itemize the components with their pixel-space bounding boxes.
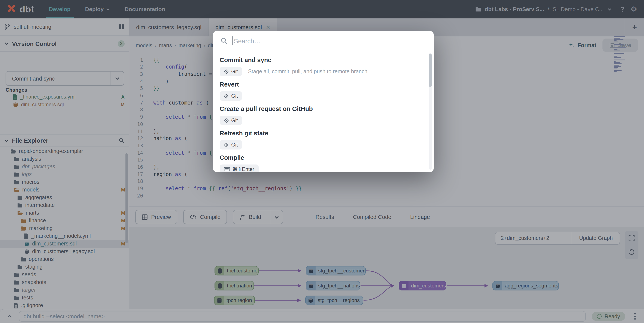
git-badge: Git — [220, 140, 242, 150]
palette-item[interactable]: Revert Git — [213, 77, 434, 101]
git-icon — [224, 142, 229, 147]
palette-item-list: Commit and sync Git Stage all, commit, p… — [213, 52, 434, 172]
git-badge: Git — [220, 116, 242, 125]
palette-item-description: Stage all, commit, pull, and push to rem… — [248, 69, 368, 75]
text-caret — [232, 37, 232, 45]
palette-item-title: Commit and sync — [220, 57, 427, 63]
palette-item[interactable]: Compile ⌘⇧Enter — [213, 150, 434, 172]
keyboard-icon — [224, 167, 230, 171]
search-icon — [220, 37, 228, 44]
shortcut-badge: ⌘⇧Enter — [220, 164, 259, 172]
git-icon — [224, 118, 229, 123]
palette-search-row[interactable]: Search… — [213, 31, 434, 51]
palette-scrollbar-thumb[interactable] — [429, 54, 432, 87]
palette-item-title: Create a pull request on GitHub — [220, 105, 427, 112]
palette-item-title: Revert — [220, 81, 427, 88]
dbt-cloud-ide: dbt Develop Deploy Documentation dbt Lab… — [0, 0, 644, 323]
git-icon — [224, 69, 229, 74]
git-badge: Git — [220, 91, 242, 101]
palette-item[interactable]: Create a pull request on GitHub Git — [213, 101, 434, 126]
palette-search-placeholder: Search… — [234, 37, 260, 44]
command-palette: Search… Commit and sync Git Stage all, c… — [213, 31, 434, 172]
palette-item[interactable]: Commit and sync Git Stage all, commit, p… — [213, 52, 434, 77]
palette-item-title: Compile — [220, 154, 427, 161]
git-badge: Git — [220, 67, 242, 76]
palette-item-title: Refresh git state — [220, 130, 427, 137]
palette-item[interactable]: Refresh git state Git — [213, 126, 434, 150]
git-icon — [224, 94, 229, 98]
